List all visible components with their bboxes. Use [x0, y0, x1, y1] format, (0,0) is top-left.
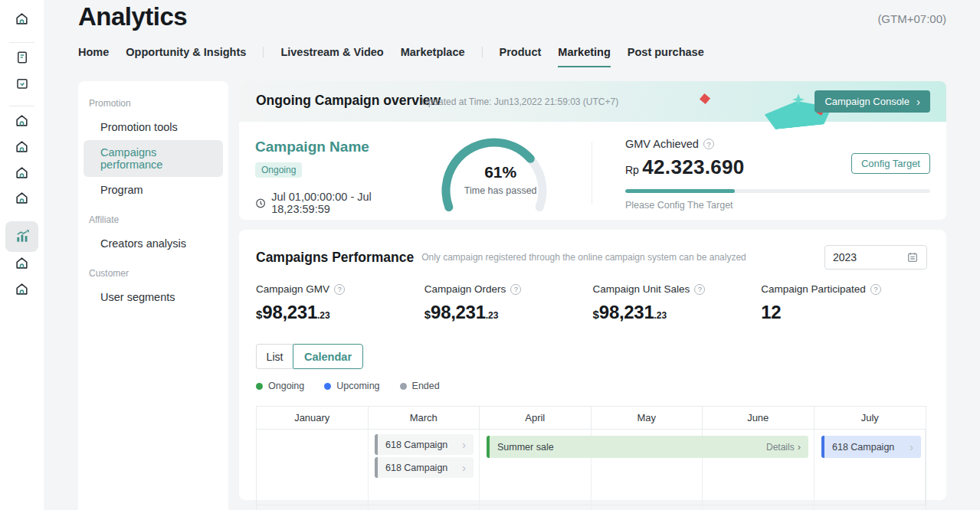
campaign-calendar: January March April May June July 618 Ca… [256, 406, 926, 510]
tab-divider [263, 47, 264, 57]
help-icon[interactable]: ? [870, 284, 881, 295]
blue-dot-icon [324, 383, 331, 390]
nav-house-icon-4[interactable] [0, 191, 44, 205]
campaign-name-link[interactable]: Campaign Name [255, 139, 424, 155]
menu-item-user-segments[interactable]: User segments [78, 285, 228, 309]
menu-item-creators-analysis[interactable]: Creators analysis [78, 231, 228, 256]
overview-title: Ongoing Campaign overview [256, 93, 441, 109]
legend-upcoming: Upcoming [324, 381, 379, 391]
section-label-affiliate: Affiliate [78, 208, 228, 231]
campaign-date-range: Jul 01,00:00:00 - Jul 18,23:59:59 [255, 191, 424, 215]
tab-home[interactable]: Home [78, 46, 109, 67]
page: Analytics (GTM+07:00) Home Opportunity &… [0, 0, 980, 510]
timezone-label: (GTM+07:00) [877, 12, 946, 25]
gray-dot-icon [400, 383, 407, 390]
chevron-right-icon: › [916, 96, 920, 107]
top-tabs: Home Opportunity & Insights Livestream &… [78, 46, 721, 67]
status-legend: Ongoing Upcoming Ended [256, 381, 929, 391]
overview-header: Ongoing Campaign overview Updated at Tim… [239, 81, 946, 122]
tab-divider [482, 47, 483, 57]
menu-item-campaigns-performance[interactable]: Campaigns performance [84, 140, 223, 177]
details-link[interactable]: Details › [766, 441, 801, 453]
list-view-button[interactable]: List [256, 344, 293, 369]
event-bar-618-campaign-1[interactable]: 618 Campaign › [375, 434, 474, 455]
rail-divider [9, 106, 34, 106]
section-label-customer: Customer [78, 262, 228, 285]
rail-divider [9, 42, 34, 43]
config-target-note: Please Config The Target [625, 200, 930, 211]
gmv-achieved-block: GMV Achieved ? Config Target Rp 42.323.6… [592, 132, 930, 217]
calendar-icon [906, 251, 919, 263]
help-icon[interactable]: ? [703, 139, 714, 149]
help-icon[interactable]: ? [510, 284, 521, 295]
month-header-march: March [369, 407, 480, 429]
gauge-label: Time has passed [429, 185, 572, 196]
month-header-april: April [480, 407, 592, 429]
campaigns-performance-card: Campaigns Performance Only campaign regi… [239, 230, 946, 500]
chevron-right-icon: › [798, 441, 801, 453]
document-icon[interactable] [0, 51, 44, 64]
clock-icon [255, 198, 266, 209]
metric-campaign-orders: Campaign Orders? $98,231.23 [424, 283, 593, 323]
nav-house-icon-3[interactable] [0, 165, 44, 180]
gmv-progress-bar [625, 189, 930, 193]
event-bar-618-campaign-2[interactable]: 618 Campaign › [375, 457, 474, 478]
home-icon[interactable] [0, 11, 44, 26]
gmv-progress-fill [625, 189, 735, 193]
view-toggle: List Calendar [256, 344, 929, 369]
menu-item-promotion-tools[interactable]: Promotion tools [78, 115, 228, 139]
chevron-right-icon: › [462, 439, 466, 451]
help-icon[interactable]: ? [334, 284, 345, 295]
metric-campaign-unit-sales: Campaign Unit Sales? $98,231.23 [593, 283, 762, 323]
tab-product[interactable]: Product [500, 46, 542, 67]
year-picker[interactable]: 2023 [824, 245, 927, 270]
nav-house-icon-5[interactable] [0, 256, 44, 270]
month-header-june: June [703, 407, 814, 429]
nav-house-icon-2[interactable] [0, 139, 44, 154]
tab-livestream-video[interactable]: Livestream & Video [280, 46, 383, 67]
analytics-nav-active[interactable] [5, 221, 38, 252]
overview-body: Campaign Name Ongoing Jul 01,00:00:00 - … [239, 122, 946, 217]
confetti-diamond-icon [700, 93, 710, 104]
event-bar-618-campaign-july[interactable]: 618 Campaign › [821, 436, 921, 458]
submenu-panel: Promotion Promotion tools Campaigns perf… [78, 81, 228, 510]
month-header-january: January [257, 407, 369, 429]
main-area: Analytics (GTM+07:00) Home Opportunity &… [44, 0, 980, 510]
tab-marketing[interactable]: Marketing [558, 46, 611, 67]
gauge-percent: 61% [429, 163, 572, 181]
campaign-console-button[interactable]: Campaign Console › [814, 90, 930, 113]
updated-timestamp: Updated at Time: Jun13,2022 21:59:03 (UT… [421, 96, 618, 107]
performance-subtitle: Only campaign registered through the onl… [421, 252, 746, 263]
menu-item-program[interactable]: Program [78, 178, 228, 202]
legend-ended: Ended [400, 381, 440, 391]
currency-label: Rp [625, 164, 639, 176]
performance-title: Campaigns Performance [256, 250, 414, 266]
calendar-view-button[interactable]: Calendar [293, 344, 363, 369]
ongoing-campaign-card: Ongoing Campaign overview Updated at Tim… [239, 81, 946, 220]
tab-opportunity-insights[interactable]: Opportunity & Insights [126, 46, 246, 67]
metric-campaign-participated: Campaign Participated? 12 [761, 283, 929, 323]
nav-house-icon-1[interactable] [0, 113, 44, 128]
chevron-right-icon: › [462, 462, 466, 474]
calendar-check-icon[interactable] [0, 77, 44, 90]
month-header-may: May [592, 407, 703, 429]
config-target-button[interactable]: Config Target [851, 153, 930, 174]
metric-campaign-gmv: Campaign GMV? $98,231.23 [256, 283, 424, 323]
tab-post-purchase[interactable]: Post purchase [628, 46, 704, 67]
event-bar-summer-sale[interactable]: Summer sale Details › [487, 436, 808, 458]
section-label-promotion: Promotion [78, 92, 228, 115]
month-header-july: July [814, 407, 926, 429]
gmv-achieved-label: GMV Achieved [625, 138, 699, 150]
time-passed-gauge: 61% Time has passed [429, 132, 572, 217]
green-dot-icon [256, 383, 263, 390]
icon-rail [0, 0, 44, 510]
nav-house-icon-6[interactable] [0, 282, 44, 296]
metrics-row: Campaign GMV? $98,231.23 Campaign Orders… [256, 283, 929, 323]
chevron-right-icon: › [910, 441, 913, 453]
bar-chart-icon [15, 229, 30, 244]
page-title: Analytics [78, 2, 187, 31]
tab-marketplace[interactable]: Marketplace [401, 46, 465, 67]
status-badge: Ongoing [255, 162, 302, 178]
help-icon[interactable]: ? [694, 284, 705, 295]
legend-ongoing: Ongoing [256, 381, 304, 391]
